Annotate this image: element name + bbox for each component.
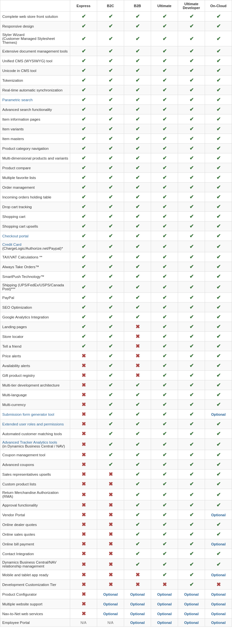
feature-link[interactable]: Advanced Tracker Analytics tools: [2, 440, 57, 444]
b2c-cell: ✖: [97, 479, 124, 489]
check-icon: ✔: [135, 492, 140, 497]
b2b-cell: ✔: [124, 221, 151, 231]
cross-icon: ✖: [82, 471, 86, 477]
check-icon: ✔: [216, 551, 221, 556]
cloud-cell: ✔: [205, 31, 232, 46]
check-icon: ✔: [189, 541, 194, 547]
check-icon: ✔: [189, 314, 194, 320]
b2b-cell: ✔: [124, 173, 151, 183]
ultimate-cell: ✔: [151, 341, 178, 351]
b2b-cell: Optional: [124, 590, 151, 599]
check-icon: ✔: [162, 411, 167, 417]
check-icon: ✔: [189, 97, 194, 102]
express-cell: ✔: [70, 322, 97, 332]
feature-name-cell: Multi-language: [0, 390, 70, 400]
check-icon: ✔: [162, 233, 167, 239]
b2c-cell: N/A: [97, 619, 124, 627]
feature-link[interactable]: Checkout portal: [2, 234, 29, 238]
check-icon: ✔: [189, 343, 194, 349]
check-icon: ✔: [216, 431, 221, 436]
check-icon: ✔: [82, 155, 86, 161]
b2c-cell: ✖: [97, 549, 124, 559]
table-row: Shopping cart ✔ ✔ ✔ ✔ ✔ ✔: [0, 212, 232, 221]
cloud-cell: ✔: [205, 134, 232, 144]
dev-cell: ✔: [178, 12, 205, 21]
b2c-cell: ✔: [97, 322, 124, 332]
check-icon: ✔: [216, 146, 221, 151]
table-row: Multiple favorite lists ✔ ✔ ✔ ✔ ✔ ✔: [0, 173, 232, 183]
check-icon: ✔: [162, 58, 167, 64]
dev-cell: ✔: [178, 419, 205, 429]
b2c-cell: ✖: [97, 530, 124, 539]
b2b-cell: ✔: [124, 21, 151, 31]
check-icon: ✔: [162, 254, 167, 260]
check-icon: ✔: [216, 244, 221, 249]
b2c-cell: Optional: [97, 609, 124, 619]
ultimate-cell: ✔: [151, 21, 178, 31]
check-icon: ✔: [82, 343, 86, 349]
cloud-cell: ✔: [205, 500, 232, 510]
b2b-cell: ✔: [124, 31, 151, 46]
check-icon: ✔: [82, 295, 86, 300]
table-row: Custom product lists ✖ ✖ ✔ ✔ ✔ ✔: [0, 479, 232, 489]
check-icon: ✔: [162, 421, 167, 427]
feature-link[interactable]: Credit Card: [2, 243, 21, 246]
check-icon: ✔: [216, 165, 221, 171]
feature-name-cell: Custom product lists: [0, 479, 70, 489]
b2b-cell: ✔: [124, 293, 151, 303]
cloud-cell: ✔: [205, 400, 232, 410]
express-cell: ✖: [70, 510, 97, 520]
b2b-cell: Optional: [124, 609, 151, 619]
b2b-cell: ✔: [124, 429, 151, 439]
ultimate-cell: ✔: [151, 549, 178, 559]
optional-text: Optional: [211, 573, 226, 577]
feature-link[interactable]: Submission form generator tool: [2, 412, 54, 416]
table-row: Styler Wizard(Customer Managed Styleshee…: [0, 31, 232, 46]
b2c-cell: ✔: [97, 173, 124, 183]
dev-cell: ✔: [178, 272, 205, 281]
table-row: SEO Optimization ✔ ✔ ✔ ✔ ✔ ✔: [0, 303, 232, 312]
express-cell: ✔: [70, 85, 97, 95]
b2c-cell: ✔: [97, 134, 124, 144]
b2c-cell: ✔: [97, 252, 124, 262]
cloud-cell: ✔: [205, 549, 232, 559]
check-icon: ✔: [82, 87, 86, 93]
cloud-cell: ✔: [205, 192, 232, 202]
feature-link[interactable]: Extended user roles and permissions: [2, 422, 64, 426]
b2b-cell: ✔: [124, 489, 151, 500]
express-cell: ✔: [70, 95, 97, 105]
cross-icon: ✖: [82, 363, 86, 368]
dev-cell: ✔: [178, 303, 205, 312]
express-cell: ✔: [70, 272, 97, 281]
check-icon: ✔: [189, 431, 194, 436]
express-cell: ✖: [70, 559, 97, 570]
ultimate-cell: ✔: [151, 400, 178, 410]
check-icon: ✔: [135, 382, 140, 388]
check-icon: ✔: [135, 531, 140, 537]
table-row: Advanced coupons ✖ ✔ ✔ ✔ ✔ ✔: [0, 460, 232, 470]
cross-icon: ✖: [82, 373, 86, 378]
table-row: Complete web store front solution ✔ ✔ ✔ …: [0, 12, 232, 21]
check-icon: ✔: [135, 78, 140, 83]
check-icon: ✔: [135, 522, 140, 527]
cloud-cell: Optional: [205, 599, 232, 609]
cloud-cell: ✔: [205, 470, 232, 479]
ultimate-cell: ✔: [151, 281, 178, 293]
b2c-cell: ✖: [97, 489, 124, 500]
cloud-cell: ✔: [205, 371, 232, 380]
feature-link[interactable]: Parametric search: [2, 98, 32, 102]
table-row: Extended user roles and permissions ✖ ✔ …: [0, 419, 232, 429]
check-icon: ✔: [216, 214, 221, 219]
check-icon: ✔: [216, 304, 221, 310]
ultimate-cell: ✔: [151, 163, 178, 173]
cloud-cell: ✔: [205, 231, 232, 241]
check-icon: ✔: [82, 78, 86, 83]
dev-cell: ✔: [178, 460, 205, 470]
dev-cell: Optional: [178, 619, 205, 627]
cross-icon: ✖: [82, 402, 86, 407]
check-icon: ✔: [216, 233, 221, 239]
check-icon: ✔: [82, 204, 86, 209]
dev-cell: ✔: [178, 231, 205, 241]
cross-icon: ✖: [82, 411, 86, 417]
cross-icon: ✖: [109, 562, 113, 567]
